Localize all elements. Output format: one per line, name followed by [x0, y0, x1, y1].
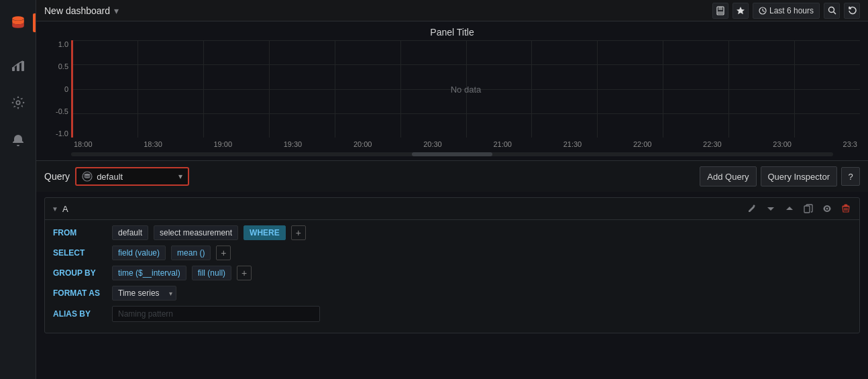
- select-label: SELECT: [53, 248, 107, 258]
- help-button[interactable]: ?: [841, 167, 860, 186]
- save-dashboard-button[interactable]: [712, 3, 728, 19]
- where-chip[interactable]: WHERE: [243, 225, 286, 240]
- add-query-button[interactable]: Add Query: [700, 166, 756, 186]
- dashboard-dropdown-icon[interactable]: ▾: [114, 5, 119, 16]
- from-label: FROM: [53, 228, 107, 237]
- chart-scrollbar[interactable]: [71, 152, 833, 156]
- svg-rect-6: [718, 11, 723, 14]
- chart-red-border: [72, 40, 73, 138]
- query-bar-right: Add Query Query Inspector ?: [700, 166, 860, 186]
- query-inspector-button[interactable]: Query Inspector: [761, 166, 838, 186]
- alias-by-row: ALIAS BY: [53, 306, 851, 322]
- search-button[interactable]: [824, 3, 840, 19]
- format-as-select[interactable]: Time series Table: [112, 286, 176, 301]
- query-block-actions: [745, 202, 853, 215]
- query-block-name: A: [62, 204, 68, 214]
- svg-point-11: [828, 7, 834, 13]
- from-row: FROM default select measurement WHERE +: [53, 225, 851, 240]
- svg-rect-5: [718, 7, 722, 10]
- datasource-selector[interactable]: default ▾: [75, 167, 189, 186]
- topbar-actions: Last 6 hours: [712, 3, 860, 19]
- chart-plot: No data: [71, 40, 860, 138]
- hide-query-icon[interactable]: [820, 202, 834, 215]
- measurement-chip[interactable]: select measurement: [154, 225, 238, 240]
- database-icon: [11, 15, 25, 32]
- sidebar-item-bell[interactable]: [3, 126, 33, 156]
- svg-rect-1: [12, 67, 15, 71]
- query-label: Query: [44, 171, 70, 182]
- query-editor: ▼ A: [36, 192, 868, 379]
- fill-chip[interactable]: fill (null): [192, 266, 231, 280]
- time-range-label: Last 6 hours: [769, 6, 814, 15]
- sidebar-item-settings[interactable]: [3, 89, 33, 118]
- refresh-button[interactable]: [844, 3, 860, 19]
- add-select-button[interactable]: +: [216, 246, 231, 260]
- dashboard-title: New dashboard: [44, 5, 110, 16]
- field-chip[interactable]: field (value): [112, 246, 166, 260]
- from-database-chip[interactable]: default: [112, 225, 148, 240]
- chart-icon: [11, 58, 25, 74]
- datasource-icon: [82, 171, 93, 182]
- query-block-a: ▼ A: [44, 197, 860, 333]
- remove-query-icon[interactable]: [839, 202, 853, 215]
- format-as-row: FORMAT AS Time series Table: [53, 286, 851, 301]
- add-where-button[interactable]: +: [291, 225, 306, 240]
- sidebar-item-database[interactable]: [3, 8, 33, 38]
- query-bar: Query default ▾ Add Query Qu: [36, 160, 868, 192]
- sidebar-item-chart[interactable]: [3, 51, 33, 80]
- format-as-label: FORMAT AS: [53, 288, 107, 298]
- scrollbar-thumb[interactable]: [412, 152, 492, 156]
- svg-rect-15: [804, 206, 810, 213]
- main-content: New dashboard ▾ Last 6 hours: [36, 0, 868, 379]
- query-bar-left: Query default ▾: [44, 167, 189, 186]
- chart-container: 1.0 0.5 0 -0.5 -1.0: [44, 40, 860, 151]
- svg-line-10: [763, 11, 765, 12]
- group-by-label: GROUP BY: [53, 268, 107, 278]
- alias-by-label: ALIAS BY: [53, 309, 107, 319]
- datasource-dropdown-icon: ▾: [178, 172, 182, 181]
- gear-icon: [11, 96, 25, 111]
- move-up-icon[interactable]: [783, 202, 796, 215]
- topbar: New dashboard ▾ Last 6 hours: [36, 0, 868, 21]
- svg-marker-7: [737, 7, 745, 14]
- chart-x-axis: 18:00 18:30 19:00 19:30 20:00 20:30 21:0…: [71, 138, 860, 151]
- svg-point-16: [826, 208, 828, 210]
- query-block-title: ▼ A: [52, 204, 68, 214]
- no-data-label: No data: [451, 84, 482, 94]
- move-down-icon[interactable]: [764, 202, 777, 215]
- sidebar: [0, 0, 36, 379]
- query-block-header: ▼ A: [45, 198, 859, 220]
- add-group-by-button[interactable]: +: [237, 266, 252, 280]
- edit-query-icon[interactable]: [745, 202, 759, 215]
- svg-point-0: [12, 16, 24, 21]
- svg-point-14: [85, 174, 91, 176]
- chart-y-axis: 1.0 0.5 0 -0.5 -1.0: [44, 40, 71, 138]
- topbar-title-area: New dashboard ▾: [44, 5, 119, 16]
- alias-input[interactable]: [112, 306, 320, 322]
- group-by-row: GROUP BY time ($__interval) fill (null) …: [53, 266, 851, 280]
- duplicate-icon[interactable]: [802, 202, 815, 215]
- time-range-button[interactable]: Last 6 hours: [753, 3, 820, 19]
- star-button[interactable]: [733, 3, 749, 19]
- query-rows: FROM default select measurement WHERE + …: [45, 220, 859, 333]
- svg-line-12: [833, 12, 836, 15]
- time-chip[interactable]: time ($__interval): [112, 266, 186, 280]
- mean-chip[interactable]: mean (): [171, 246, 211, 260]
- select-row: SELECT field (value) mean () +: [53, 246, 851, 260]
- panel-area: Panel Title 1.0 0.5 0 -0.5 -1.0: [36, 21, 868, 379]
- datasource-name: default: [97, 172, 174, 182]
- collapse-arrow-icon[interactable]: ▼: [52, 205, 58, 213]
- chart-section: Panel Title 1.0 0.5 0 -0.5 -1.0: [36, 21, 868, 160]
- format-select-wrapper: Time series Table: [112, 286, 176, 301]
- svg-rect-3: [21, 61, 24, 71]
- panel-title: Panel Title: [44, 27, 860, 38]
- bell-icon: [11, 133, 25, 149]
